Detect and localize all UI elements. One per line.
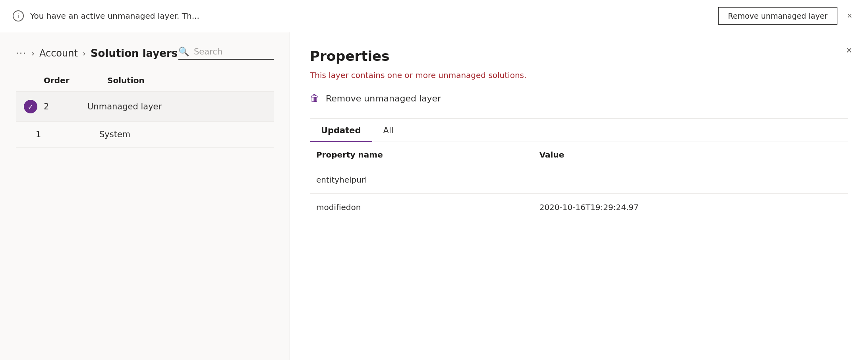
remove-unmanaged-button[interactable]: Remove unmanaged layer xyxy=(718,7,838,25)
order-number: 2 xyxy=(44,102,49,111)
left-panel: ··· › Account › Solution layers 🔍 Order … xyxy=(0,32,290,360)
notification-text: You have an active unmanaged layer. Th..… xyxy=(30,11,712,21)
property-row-entityhelpurl: entityhelpurl xyxy=(310,166,848,194)
notification-bar: i You have an active unmanaged layer. Th… xyxy=(0,0,868,32)
notification-close-button[interactable]: × xyxy=(844,9,855,23)
search-box: 🔍 xyxy=(178,47,274,60)
properties-panel: × Properties This layer contains one or … xyxy=(290,32,868,360)
property-name-cell: modifiedon xyxy=(310,194,533,221)
property-value-cell xyxy=(533,166,848,194)
trash-icon: 🗑 xyxy=(310,93,319,104)
search-input[interactable] xyxy=(194,47,273,56)
order-column-header: Order xyxy=(44,76,107,85)
breadcrumb-current: Solution layers xyxy=(91,47,178,59)
breadcrumb-chevron-icon: › xyxy=(31,49,35,58)
breadcrumb: ··· › Account › Solution layers xyxy=(16,47,178,59)
properties-tabs: Updated All xyxy=(310,119,848,142)
remove-unmanaged-action[interactable]: 🗑 Remove unmanaged layer xyxy=(310,93,848,104)
breadcrumb-chevron-icon-2: › xyxy=(83,49,86,58)
breadcrumb-account[interactable]: Account xyxy=(39,48,78,59)
table-row[interactable]: ✓ 2 Unmanaged layer xyxy=(16,92,274,122)
order-cell: ✓ 2 xyxy=(24,100,87,113)
properties-table: Property name Value entityhelpurl modifi… xyxy=(310,142,848,221)
breadcrumb-dots[interactable]: ··· xyxy=(16,48,27,58)
selected-checkmark-icon: ✓ xyxy=(24,100,37,113)
order-number: 1 xyxy=(36,130,41,139)
solution-layers-table: Order Solution ✓ 2 Unmanaged layer 1 Sys… xyxy=(0,69,290,360)
breadcrumb-row: ··· › Account › Solution layers 🔍 xyxy=(0,32,290,69)
table-row[interactable]: 1 System xyxy=(16,122,274,148)
search-icon: 🔍 xyxy=(178,47,189,56)
panel-subtitle: This layer contains one or more unmanage… xyxy=(310,70,848,80)
table-header: Order Solution xyxy=(16,69,274,92)
panel-action-label: Remove unmanaged layer xyxy=(326,93,441,103)
property-row-modifiedon: modifiedon 2020-10-16T19:29:24.97 xyxy=(310,194,848,221)
panel-title: Properties xyxy=(310,48,848,64)
info-icon: i xyxy=(13,10,24,21)
order-cell: 1 xyxy=(36,130,99,139)
solution-cell: Unmanaged layer xyxy=(87,102,266,111)
solution-column-header: Solution xyxy=(107,76,266,85)
panel-close-button[interactable]: × xyxy=(846,44,852,56)
main-area: ··· › Account › Solution layers 🔍 Order … xyxy=(0,32,868,360)
tab-updated[interactable]: Updated xyxy=(310,119,372,142)
solution-cell: System xyxy=(99,130,266,139)
tab-all[interactable]: All xyxy=(372,119,405,142)
property-value-cell: 2020-10-16T19:29:24.97 xyxy=(533,194,848,221)
property-name-header: Property name xyxy=(310,142,533,166)
property-name-cell: entityhelpurl xyxy=(310,166,533,194)
value-header: Value xyxy=(533,142,848,166)
